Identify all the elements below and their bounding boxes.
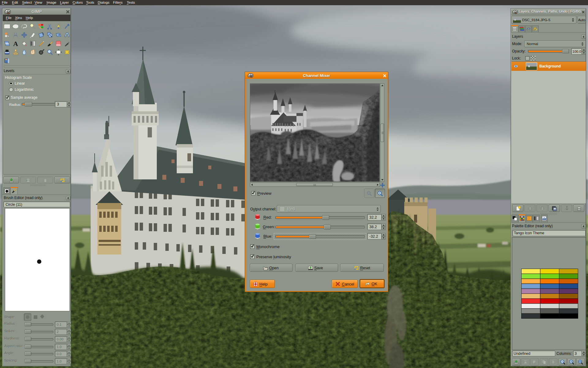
svg-text:A: A: [13, 40, 18, 48]
